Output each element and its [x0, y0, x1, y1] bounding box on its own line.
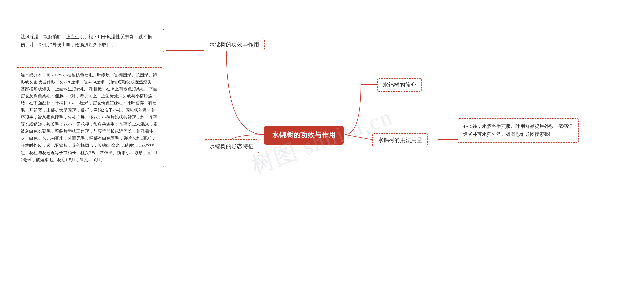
- branch-xingTaiTeZheng-label-text: 水锦树的形态特征: [209, 143, 254, 149]
- leaf-gonXiaoZuoYong: 祛风除湿，散瘀消肿，止血生肌。根：用于风湿性关节炎，跌打损伤。叶：外用治外伤出血…: [16, 29, 164, 52]
- leaf-yongFaYongLiang: 4～5钱，水酒各半煎服。叶用鲜品捣烂外敷，疮疡溃烂者并可水煎外洗。树图思维导图搜…: [458, 118, 579, 143]
- branch-gonXiaoZuoYong-label-text: 水锦树的功效与作用: [209, 41, 259, 48]
- branch-gonXiaoZuoYong-label: 水锦树的功效与作用: [204, 38, 265, 51]
- branch-jianJie-label: 水锦树的简介: [383, 82, 416, 88]
- center-node-label: 水锦树的功效与作用: [272, 131, 336, 139]
- branch-jianJie: 水锦树的简介: [377, 78, 422, 92]
- branch-yongFaYongLiang: 水锦树的用法用量: [372, 133, 428, 147]
- branch-xingTaiTeZheng-label: 水锦树的形态特征: [204, 139, 259, 153]
- center-node: 水锦树的功效与作用: [264, 126, 344, 145]
- leaf-xingTaiTeZheng-text: 灌木或乔木，高5-12m.小枝被锈色硬毛。叶纸质，宽椭圆形、长圆形、卵形或长圆状…: [21, 73, 159, 162]
- leaf-xingTaiTeZheng: 灌木或乔木，高5-12m.小枝被锈色硬毛。叶纸质，宽椭圆形、长圆形、卵形或长圆状…: [16, 67, 164, 167]
- mind-map: 水锦树的功效与作用 水锦树的简介 水锦树的用法用量 4～5钱，水酒各半煎服。叶用…: [0, 0, 644, 282]
- leaf-yongFaYongLiang-text: 4～5钱，水酒各半煎服。叶用鲜品捣烂外敷，疮疡溃烂者并可水煎外洗。树图思维导图搜…: [463, 124, 573, 137]
- branch-yongFaYongLiang-label: 水锦树的用法用量: [378, 137, 422, 143]
- leaf-gonXiaoZuoYong-text: 祛风除湿，散瘀消肿，止血生肌。根：用于风湿性关节炎，跌打损伤。叶：外用治外伤出血…: [21, 34, 152, 47]
